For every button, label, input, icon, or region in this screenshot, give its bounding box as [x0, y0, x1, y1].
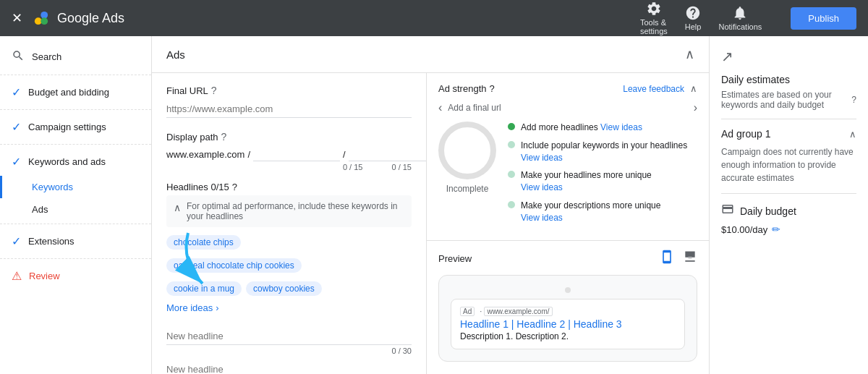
ad-group-collapse-button[interactable]: ∧: [849, 129, 856, 140]
final-url-help-icon[interactable]: ?: [211, 85, 217, 96]
keyword-chip-1[interactable]: oatmeal chocolate chip cookies: [166, 258, 302, 273]
sidebar-subitem-keywords[interactable]: Keywords: [0, 176, 151, 198]
display-path-row: www.example.com / /: [166, 147, 412, 161]
display-path-section: Display path ? www.example.com / / 0 / 1…: [166, 131, 412, 171]
tip-item-2: Make your headlines more unique View ide…: [508, 169, 697, 194]
sidebar-item-review[interactable]: ⚠ Review: [0, 262, 151, 290]
sidebar-review-label: Review: [29, 271, 60, 281]
tip-text-2: Make your headlines more unique View ide…: [521, 169, 652, 194]
headline-counter-1: 0 / 30: [166, 347, 412, 355]
tip-dot-1: [508, 141, 515, 148]
sidebar-campaign-label: Campaign settings: [28, 122, 106, 132]
tip-text-1: Include popular keywords in your headlin…: [521, 140, 697, 164]
display-path-input1[interactable]: [253, 147, 340, 161]
preview-header: Preview: [438, 250, 697, 268]
phone-dot-indicator: [565, 287, 571, 293]
topbar: ✕ Google Ads Tools & settings Help Notif…: [0, 0, 868, 36]
daily-budget-edit-button[interactable]: ✏: [772, 224, 780, 235]
sidebar-keywords-label: Keywords and ads: [28, 156, 106, 167]
preview-device: Ad · www.example.com/ Headline 1 | Headl…: [438, 275, 697, 362]
check-icon-keywords: ✓: [12, 155, 21, 169]
add-final-url-text: Add a final url: [448, 103, 687, 113]
strength-circle: [438, 122, 496, 179]
preview-ad-card: Ad · www.example.com/ Headline 1 | Headl…: [451, 299, 685, 349]
error-icon-review: ⚠: [12, 269, 22, 283]
view-ideas-button-0[interactable]: View ideas: [600, 122, 642, 132]
headlines-section: Headlines 0/15 ? ∧ For optimal ad perfor…: [166, 182, 412, 374]
leave-feedback-button[interactable]: Leave feedback: [623, 84, 684, 94]
mobile-preview-button[interactable]: [660, 250, 674, 268]
tip-item-1: Include popular keywords in your headlin…: [508, 140, 697, 164]
headlines-help-icon[interactable]: ?: [232, 182, 237, 192]
sidebar-subitem-ads[interactable]: Ads: [0, 198, 151, 221]
notifications-button[interactable]: Notifications: [718, 5, 762, 31]
tip-text-3: Make your descriptions more unique View …: [521, 200, 660, 224]
preview-ad-badge: Ad: [460, 307, 475, 316]
tip-dot-3: [508, 201, 515, 208]
tip-dot-0: [508, 123, 515, 130]
sidebar-search-label: Search: [32, 51, 61, 62]
left-panel: Final URL ? Display path ? www.example.c…: [152, 73, 427, 374]
daily-budget-title: Daily budget: [740, 205, 796, 217]
more-ideas-button[interactable]: More ideas ›: [166, 302, 412, 313]
view-ideas-button-2[interactable]: View ideas: [521, 182, 563, 192]
headlines-hint-text: For optimal ad performance, include thes…: [187, 201, 404, 221]
ad-strength-help-icon[interactable]: ?: [490, 83, 495, 94]
display-path-help-icon[interactable]: ?: [221, 131, 227, 143]
daily-budget-amount: $10.00/day: [721, 224, 767, 235]
check-icon-budget: ✓: [12, 85, 21, 99]
keyword-chip-3[interactable]: cowboy cookies: [246, 281, 322, 296]
display-path-input2[interactable]: [349, 147, 427, 161]
new-headline-input-1[interactable]: [166, 326, 412, 345]
publish-button[interactable]: Publish: [791, 7, 856, 30]
notifications-label: Notifications: [718, 22, 762, 31]
strength-indicator: Incomplete: [438, 122, 496, 194]
display-path-counter1: 0 / 15: [343, 163, 363, 171]
daily-budget-value-row: $10.00/day ✏: [721, 224, 856, 235]
sidebar-item-keywords-ads[interactable]: ✓ Keywords and ads: [0, 148, 151, 176]
sidebar-item-budget[interactable]: ✓ Budget and bidding: [0, 78, 151, 106]
daily-estimates-help-icon[interactable]: ?: [851, 95, 856, 105]
ad-strength-collapse-button[interactable]: ∧: [690, 83, 697, 94]
topbar-actions: Tools & settings Help Notifications Publ…: [640, 1, 856, 35]
sidebar-extensions-label: Extensions: [28, 236, 75, 247]
new-headline-input-2[interactable]: [166, 360, 412, 374]
view-ideas-button-3[interactable]: View ideas: [521, 213, 563, 223]
right-panel: Ad strength ? Leave feedback ∧ ‹ Add a f…: [427, 73, 709, 374]
right-sidebar: ↗ Daily estimates Estimates are based on…: [709, 36, 868, 374]
close-button[interactable]: ✕: [12, 10, 22, 26]
sidebar-budget-label: Budget and bidding: [28, 87, 109, 98]
tip-item-3: Make your descriptions more unique View …: [508, 200, 697, 224]
sidebar: Search ✓ Budget and bidding ✓ Campaign s…: [0, 36, 152, 374]
sidebar-item-extensions[interactable]: ✓ Extensions: [0, 227, 151, 255]
ads-collapse-button[interactable]: ∧: [685, 46, 694, 62]
daily-estimates-title: Daily estimates: [721, 74, 856, 85]
trend-icon: ↗: [721, 48, 733, 65]
desktop-preview-button[interactable]: [683, 250, 697, 268]
divider-1: [721, 119, 856, 119]
keyword-chip-0[interactable]: chocolate chips: [166, 235, 241, 250]
strength-status: Incomplete: [446, 184, 489, 194]
final-url-section: Final URL ?: [166, 85, 412, 121]
daily-estimates-desc: Estimates are based on your keywords and…: [721, 90, 856, 110]
help-button[interactable]: Help: [685, 5, 702, 31]
headlines-hint-chevron[interactable]: ∧: [174, 202, 181, 213]
logo: Google Ads: [31, 8, 124, 28]
view-ideas-button-1[interactable]: View ideas: [521, 153, 563, 163]
help-label: Help: [685, 22, 702, 31]
display-path-label: Display path ?: [166, 131, 412, 143]
sidebar-item-search[interactable]: Search: [0, 42, 151, 72]
keyword-chip-2[interactable]: cookie in a mug: [166, 281, 242, 296]
headlines-hint: ∧ For optimal ad performance, include th…: [166, 195, 412, 227]
display-path-base: www.example.com: [166, 149, 244, 160]
tip-item-0: Add more headlines View ideas: [508, 122, 697, 134]
ad-strength-prev-button[interactable]: ‹: [438, 101, 442, 114]
ad-strength-next-button[interactable]: ›: [694, 101, 697, 114]
tools-settings-button[interactable]: Tools & settings: [640, 1, 668, 35]
display-path-slash1: /: [247, 149, 250, 160]
display-path-counters: 0 / 15 0 / 15: [166, 163, 412, 171]
ad-group-title: Ad group 1: [721, 128, 771, 140]
headlines-label: Headlines 0/15 ?: [166, 182, 412, 192]
final-url-input[interactable]: [166, 101, 412, 118]
sidebar-item-campaign[interactable]: ✓ Campaign settings: [0, 113, 151, 141]
